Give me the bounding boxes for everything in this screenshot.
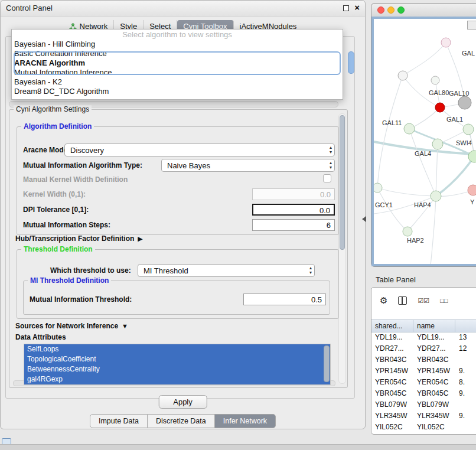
network-node[interactable] xyxy=(403,227,412,236)
table-row[interactable]: YDR27...YDR27...12 xyxy=(371,343,476,354)
dpi-tolerance-field[interactable]: 0.0 xyxy=(252,204,335,216)
zoom-button[interactable] xyxy=(397,6,405,14)
network-window: GALGAL80GAL10GAL11GAL1SWI4GAL4GCY1HAP4YH… xyxy=(371,3,476,267)
algorithm-definition-group: Algorithm Definition Aracne Mode: Discov… xyxy=(17,126,339,235)
network-canvas[interactable]: GALGAL80GAL10GAL11GAL1SWI4GAL4GCY1HAP4YH… xyxy=(371,17,476,266)
table-row[interactable]: YPR145WYPR145W9. xyxy=(371,366,476,377)
columns-icon[interactable] xyxy=(398,296,407,305)
table-cell: YBR043C xyxy=(371,354,413,366)
network-overview-box[interactable] xyxy=(467,21,476,30)
settings-scrollbar-track[interactable] xyxy=(338,113,346,384)
vertical-scrollbar-thumb[interactable] xyxy=(348,51,354,74)
algorithm-dropdown-popup: Select algorithm to view settings Bayesi… xyxy=(11,29,343,100)
network-node[interactable] xyxy=(431,76,439,84)
algorithm-option-bayesian-k2[interactable]: Bayesian - K2 xyxy=(12,77,343,87)
network-edge[interactable] xyxy=(377,188,436,196)
hub-transcription-factor-toggle[interactable]: Hub/Transcription Factor Definition▶ xyxy=(15,233,143,243)
column-header-name[interactable]: name xyxy=(413,320,455,332)
network-node-label: GAL11 xyxy=(382,119,402,126)
table-cell: YBR045C xyxy=(413,388,455,399)
aracne-mode-value: Discovery xyxy=(70,146,104,155)
show-selected-columns-icon[interactable]: ☑☑ xyxy=(418,296,429,305)
attribute-item-selfloops[interactable]: SelfLoops xyxy=(24,344,330,354)
network-node[interactable] xyxy=(463,124,474,135)
network-window-titlebar[interactable] xyxy=(371,4,476,17)
network-node[interactable] xyxy=(374,183,382,193)
kernel-width-field[interactable]: 0.0 xyxy=(252,188,335,200)
which-threshold-select[interactable]: MI Threshold ▴▾ xyxy=(138,264,315,277)
settings-scrollbar-thumb[interactable] xyxy=(340,115,345,250)
float-window-icon[interactable] xyxy=(343,5,349,11)
aracne-mode-select[interactable]: Discovery ▴▾ xyxy=(64,144,335,156)
table-row[interactable]: YBL079WYBL079W xyxy=(371,399,476,410)
mi-threshold-label: Mutual Information Threshold: xyxy=(30,295,132,304)
table-row[interactable]: YBR045CYBR045C9. xyxy=(371,388,476,399)
network-node[interactable] xyxy=(468,185,476,195)
network-node-label: SWI4 xyxy=(456,139,472,146)
network-node-label: HAP2 xyxy=(407,237,424,244)
cyni-algorithm-settings-group: Cyni Algorithm Settings Algorithm Defini… xyxy=(9,109,348,388)
bottom-tab-bar: Impute DataDiscretize DataInfer Network xyxy=(1,414,365,428)
threshold-definition-group: Threshold Definition Which threshold to … xyxy=(17,249,339,319)
apply-button[interactable]: Apply xyxy=(158,395,207,409)
network-node[interactable] xyxy=(431,191,441,201)
network-graph: GALGAL80GAL10GAL11GAL1SWI4GAL4GCY1HAP4YH… xyxy=(374,19,476,265)
algorithm-option-aracne-algorithm[interactable]: ARACNE Algorithm xyxy=(12,58,343,68)
table-row[interactable]: YIL052CYIL052C xyxy=(371,422,476,433)
mi-algorithm-type-select[interactable]: Naive Bayes ▴▾ xyxy=(161,159,335,172)
attribute-item-topologicalcoefficient[interactable]: TopologicalCoefficient xyxy=(24,354,330,364)
sources-toggle[interactable]: Sources for Network Inference▼ xyxy=(15,320,128,331)
network-node-label: GAL80 xyxy=(429,89,449,96)
network-node[interactable] xyxy=(435,103,445,112)
network-edge[interactable] xyxy=(403,43,446,76)
control-panel-titlebar[interactable]: Control Panel × xyxy=(1,1,365,17)
algorithm-option-mutual-information-inference[interactable]: Mutual Information Inference xyxy=(12,68,343,77)
algorithm-option-basic-correlation-inference[interactable]: Basic Correlation Inference xyxy=(12,49,343,58)
attribute-item-betweennesscentrality[interactable]: BetweennessCentrality xyxy=(24,364,330,374)
algorithm-option-bayesian-hill-climbing[interactable]: Bayesian - Hill Climbing xyxy=(12,40,343,49)
tab-infer-network[interactable]: Infer Network xyxy=(215,414,276,428)
hide-columns-icon[interactable]: □□ xyxy=(440,296,448,305)
manual-kernel-width-checkbox[interactable] xyxy=(323,174,331,182)
table-cell: 9. xyxy=(455,388,476,399)
attribute-item-gal4rgexp[interactable]: gal4RGexp xyxy=(24,374,330,384)
table-cell: YDR27... xyxy=(413,343,455,354)
network-edge[interactable] xyxy=(377,76,403,188)
data-attributes-list[interactable]: SelfLoopsTopologicalCoefficientBetweenne… xyxy=(24,344,331,385)
table-row[interactable]: YLR345WYLR345W9. xyxy=(371,410,476,422)
network-node[interactable] xyxy=(432,139,443,149)
network-node-label: GAL4 xyxy=(415,150,431,157)
algorithm-option-dream8-dc-tdc-algorithm[interactable]: Dream8 DC_TDC Algorithm xyxy=(12,87,343,96)
mi-steps-field[interactable]: 6 xyxy=(252,219,335,231)
network-node-label: GAL10 xyxy=(449,90,469,97)
network-node-label: GAL xyxy=(462,50,475,57)
column-header-shared[interactable]: shared... xyxy=(371,320,413,332)
table-row[interactable]: YDL19...YDL19...13 xyxy=(371,332,476,343)
close-icon[interactable]: × xyxy=(354,2,360,12)
network-node[interactable] xyxy=(458,96,471,109)
table-row[interactable]: YBR043CYBR043C xyxy=(371,354,476,366)
control-panel-window: Control Panel × NetworkStyleSelectCyni T… xyxy=(0,0,366,429)
network-node[interactable] xyxy=(468,151,476,162)
table-row[interactable]: YER054CYER054C8. xyxy=(371,377,476,388)
network-edge[interactable] xyxy=(431,196,436,265)
table-cell: YBL079W xyxy=(371,399,413,410)
tab-discretize-data[interactable]: Discretize Data xyxy=(148,414,215,428)
tab-impute-data[interactable]: Impute Data xyxy=(90,414,148,428)
table-cell: YDL19... xyxy=(371,332,413,343)
kernel-width-label: Kernel Width (0,1): xyxy=(23,190,86,198)
mi-threshold-field[interactable]: 0.5 xyxy=(243,294,326,305)
close-button[interactable] xyxy=(377,6,384,14)
network-node[interactable] xyxy=(398,71,407,80)
table-cell: 12 xyxy=(455,343,476,354)
list-scrollbar-thumb[interactable] xyxy=(324,345,330,382)
network-node[interactable] xyxy=(441,38,451,47)
table-cell: YPR145W xyxy=(371,366,413,377)
split-pane-collapse-icon[interactable] xyxy=(362,216,366,222)
gear-icon[interactable]: ⚙ xyxy=(380,296,387,305)
minimize-button[interactable] xyxy=(387,6,395,14)
network-edge[interactable] xyxy=(377,188,407,231)
network-node[interactable] xyxy=(404,123,415,134)
mi-steps-label: Mutual Information Steps: xyxy=(23,221,110,229)
column-header-col-2[interactable] xyxy=(455,320,476,332)
